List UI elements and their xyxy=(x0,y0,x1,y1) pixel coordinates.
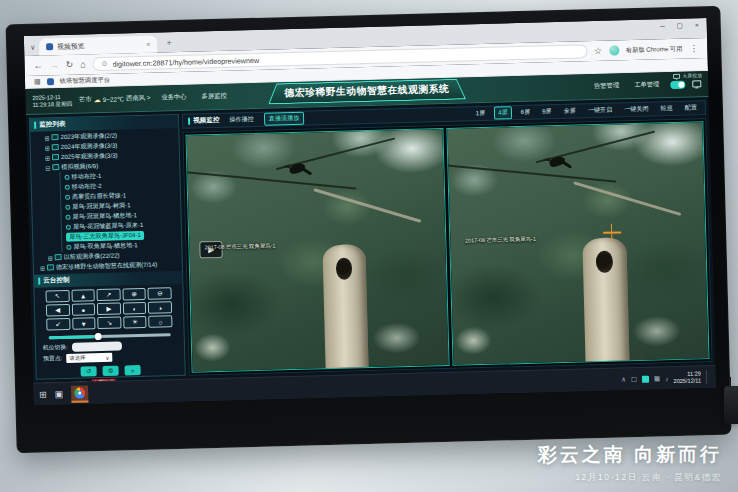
open-all-button[interactable]: 一键开启 xyxy=(585,105,616,117)
expand-icon[interactable]: ⊞ xyxy=(44,134,49,141)
ptz-down-right-button[interactable]: ↘ xyxy=(97,317,121,330)
preset-call-button[interactable]: ↺ xyxy=(80,366,96,376)
preset-label: 预置点: xyxy=(43,354,62,363)
video-cell-2[interactable]: 2017-08 芒市三光 双角犀鸟-1 xyxy=(446,121,710,366)
start-button[interactable]: ⊞ xyxy=(39,389,47,399)
camera-switch-input[interactable] xyxy=(72,341,122,351)
bookmark-star-icon[interactable]: ☆ xyxy=(594,46,602,56)
keyboard-icon[interactable]: ▦ xyxy=(654,374,660,382)
ptz-speed-slider[interactable] xyxy=(49,333,171,339)
zoom-out-button[interactable]: ⊖ xyxy=(148,287,172,300)
preset-set-button[interactable]: ⚙ xyxy=(102,366,118,376)
show-desktop-button[interactable] xyxy=(706,370,710,385)
focus-far-button[interactable]: ◑ xyxy=(148,301,172,314)
nav-business-center[interactable]: 业务中心 xyxy=(157,93,190,103)
tab-live-stream[interactable]: 直播流播放 xyxy=(264,112,305,126)
section-title: 视频监控 xyxy=(193,116,220,126)
nav-workorder-management[interactable]: 工单管理 xyxy=(630,80,663,90)
new-tab-button[interactable]: ＋ xyxy=(165,37,173,48)
window-minimize-button[interactable]: ─ xyxy=(660,22,665,30)
focus-near-button[interactable]: ◐ xyxy=(123,302,147,315)
watermark-title: 彩云之南 向新而行 xyxy=(538,442,722,468)
camera-group-icon xyxy=(55,254,62,260)
browser-tab[interactable]: 视频预览 × xyxy=(39,35,157,55)
ptz-left-button[interactable]: ◀ xyxy=(46,304,70,317)
theme-toggle[interactable] xyxy=(670,80,685,88)
settings-button[interactable]: 配置 xyxy=(682,102,700,113)
nav-alarm-management[interactable]: 告警管理 xyxy=(590,81,623,91)
chrome-update-notice[interactable]: 有新版 Chrome 可用 xyxy=(626,44,683,54)
home-icon[interactable]: ⌂ xyxy=(80,59,86,69)
battery-icon[interactable]: ▢ xyxy=(631,375,637,383)
chrome-taskbar-button[interactable] xyxy=(71,385,88,402)
ptz-down-button[interactable]: ▼ xyxy=(72,317,96,330)
layout-9-button[interactable]: 9屏 xyxy=(539,106,555,117)
webcam-device xyxy=(724,386,738,424)
profile-avatar[interactable] xyxy=(609,45,619,55)
iris-open-button[interactable]: ☀ xyxy=(123,316,147,329)
app-title: 德宏珍稀野生动物智慧在线观测系统 xyxy=(269,79,465,103)
camera-icon xyxy=(66,224,71,229)
collapse-icon[interactable]: ⊟ xyxy=(45,164,50,171)
ptz-panel: ↖ ▲ ↗ ⊕ ⊖ ◀ ● ▶ ◐ ◑ ↙ ▼ ↘ ☀ ☼ xyxy=(34,284,184,378)
tab-search-icon[interactable]: ∨ xyxy=(30,44,35,52)
fullscreen-button[interactable]: 全屏 xyxy=(561,105,579,116)
cast-hint[interactable]: 大屏投放 xyxy=(673,72,702,79)
expand-icon[interactable]: ⊞ xyxy=(40,264,45,271)
preset-select[interactable]: 请选择 ∨ xyxy=(66,353,112,363)
patrol-button[interactable]: 轮巡 xyxy=(657,103,675,114)
expand-icon[interactable]: ⊞ xyxy=(45,154,50,161)
hornbill-silhouette xyxy=(282,161,312,180)
screen-cast-icon[interactable] xyxy=(692,80,701,87)
expand-icon[interactable]: ⊞ xyxy=(45,144,50,151)
video-frame xyxy=(447,122,709,365)
ptz-center-button[interactable]: ● xyxy=(71,303,95,316)
expand-icon[interactable]: ⊞ xyxy=(48,254,53,261)
ptz-crosshair xyxy=(603,224,621,242)
tray-app-icon[interactable] xyxy=(642,375,649,382)
watermark-subtitle: 12月10-12日 云南 · 昆明&德宏 xyxy=(538,472,722,484)
camera-switch-label: 机位切换: xyxy=(43,343,68,353)
tab-operation-control[interactable]: 操作播控 xyxy=(225,114,258,126)
bookmark-item[interactable]: 铁塔智慧调度平台 xyxy=(60,75,111,85)
ptz-up-left-button[interactable]: ↖ xyxy=(45,290,69,303)
tab-title: 视频预览 xyxy=(57,39,142,51)
zoom-in-button[interactable]: ⊕ xyxy=(122,288,146,301)
layout-4-button[interactable]: 4屏 xyxy=(494,106,512,119)
chevron-down-icon: ∨ xyxy=(105,354,109,360)
nav-multiscreen-monitor[interactable]: 多屏监控 xyxy=(197,92,230,102)
window-maximize-button[interactable]: ▢ xyxy=(677,22,683,30)
close-all-button[interactable]: 一键关闭 xyxy=(621,104,652,116)
camera-icon xyxy=(65,204,70,209)
ptz-down-left-button[interactable]: ↙ xyxy=(46,318,70,331)
hornbill-silhouette xyxy=(542,154,572,173)
iris-close-button[interactable]: ☼ xyxy=(149,315,173,328)
video-cell-1[interactable]: ▶ 2017-08 芒市三光 双角犀鸟-1 xyxy=(185,128,449,373)
slider-thumb[interactable] xyxy=(95,333,102,340)
cast-icon xyxy=(673,73,680,78)
tab-close-icon[interactable]: × xyxy=(146,41,150,48)
browser-menu-icon[interactable]: ⋮ xyxy=(689,43,698,53)
layout-6-button[interactable]: 6屏 xyxy=(518,107,534,118)
forward-icon[interactable]: → xyxy=(49,60,58,70)
camera-icon xyxy=(65,184,70,189)
volume-icon[interactable]: ♪ xyxy=(665,375,668,382)
sidebar: 监控列表 ⊞2023年观测录像(2/2) ⊞2024年观测录像(3/3) ⊞20… xyxy=(29,114,186,380)
main-content: 视频监控 操作播控 直播流播放 1屏 4屏 6屏 9屏 全屏 一键开启 一键关闭… xyxy=(182,100,713,376)
window-close-button[interactable]: × xyxy=(695,21,699,29)
ptz-up-right-button[interactable]: ↗ xyxy=(97,289,121,302)
reload-icon[interactable]: ↻ xyxy=(65,60,73,70)
back-icon[interactable]: ← xyxy=(33,60,42,70)
slider-fill xyxy=(49,335,95,339)
video-grid: ▶ 2017-08 芒市三光 双角犀鸟-1 2017-08 芒市三光 双角犀鸟- xyxy=(182,118,712,376)
taskbar-clock[interactable]: 11:29 2025/12/11 xyxy=(673,370,701,385)
preset-delete-button[interactable]: × xyxy=(124,365,140,375)
ptz-up-button[interactable]: ▲ xyxy=(71,289,95,302)
tray-up-icon[interactable]: ∧ xyxy=(621,375,626,383)
task-view-button[interactable]: ▣ xyxy=(55,389,64,399)
layout-1-button[interactable]: 1屏 xyxy=(473,108,489,119)
ptz-right-button[interactable]: ▶ xyxy=(97,303,121,316)
branch xyxy=(313,188,422,223)
site-info-icon[interactable]: ⊙ xyxy=(101,60,107,68)
apps-grid-icon[interactable]: ▦ xyxy=(34,78,41,86)
